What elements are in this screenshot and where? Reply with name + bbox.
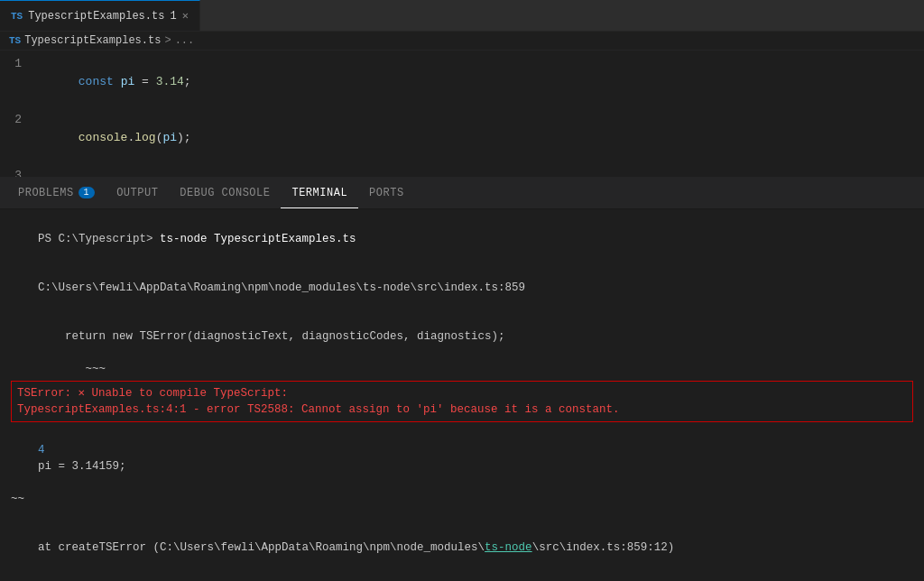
terminal-tilde-line: ~~ (11, 491, 913, 507)
tab-debug-console-label: DEBUG CONSOLE (180, 187, 270, 199)
error-line-1: TSError: ✕ Unable to compile TypeScript: (17, 385, 907, 401)
error-line-2: TypescriptExamples.ts:4:1 - error TS2588… (17, 401, 907, 418)
ts-icon: TS (11, 11, 23, 22)
tab-bar: TS TypescriptExamples.ts 1 ✕ (0, 0, 924, 32)
tab-filename: TypescriptExamples.ts (28, 10, 164, 23)
stack-line-2: at reportTSError (C:\Users\fewli\AppData… (11, 572, 913, 581)
breadcrumb-ts-icon: TS (9, 35, 21, 46)
problems-badge: 1 (79, 187, 96, 198)
line-number-3: 3 (0, 167, 36, 177)
error-box: TSError: ✕ Unable to compile TypeScript:… (11, 381, 913, 422)
code-line-2-content: console.log(pi); (36, 111, 191, 165)
tab-number: 1 (170, 10, 176, 23)
stack-line-1: at createTSError (C:\Users\fewli\AppData… (11, 523, 913, 572)
line-indicator-number: 4 (38, 444, 45, 456)
breadcrumb-separator: > (164, 34, 171, 47)
tab-debug-console[interactable]: DEBUG CONSOLE (169, 178, 281, 208)
tab-output-label: OUTPUT (116, 187, 158, 199)
tab-typescript-examples[interactable]: TS TypescriptExamples.ts 1 ✕ (0, 0, 200, 31)
code-line-1-content: const pi = 3.14; (36, 55, 191, 109)
line-number-2: 2 (0, 111, 36, 129)
terminal-panel[interactable]: PS C:\Typescript> ts-node TypescriptExam… (0, 209, 924, 581)
terminal-command-1: ts-node TypescriptExamples.ts (153, 233, 356, 245)
code-line-3-content: 🔔 Trying to reassign the value of pi (36, 167, 343, 177)
breadcrumb: TS TypescriptExamples.ts > ... (0, 32, 924, 51)
terminal-ps-prompt: PS C:\Typescript> (38, 233, 153, 245)
tab-terminal[interactable]: TERMINAL (281, 178, 358, 208)
editor-line-3: 3 🔔 Trying to reassign the value of pi (0, 166, 924, 177)
editor-line-1: 1 const pi = 3.14; (0, 54, 924, 110)
ts-node-link-1[interactable]: ts-node (485, 541, 532, 554)
editor-line-2: 2 console.log(pi); (0, 110, 924, 166)
editor-area: 1 const pi = 3.14; 2 console.log(pi); 3 … (0, 51, 924, 177)
close-tab-button[interactable]: ✕ (182, 9, 189, 23)
tab-problems-label: PROBLEMS (18, 187, 74, 199)
tab-problems[interactable]: PROBLEMS 1 (7, 178, 106, 208)
breadcrumb-filename[interactable]: TypescriptExamples.ts (24, 34, 161, 47)
panel-tabs: PROBLEMS 1 OUTPUT DEBUG CONSOLE TERMINAL… (0, 178, 924, 209)
terminal-blank-1 (11, 507, 913, 523)
terminal-prompt-1: PS C:\Typescript> ts-node TypescriptExam… (11, 215, 913, 263)
code-snippet-text: pi = 3.14159; (38, 460, 126, 473)
terminal-line-path: C:\Users\fewli\AppData\Roaming\npm\node_… (11, 263, 913, 312)
tab-terminal-label: TERMINAL (291, 187, 347, 199)
line-number-1: 1 (0, 55, 36, 73)
tab-ports-label: PORTS (369, 187, 404, 199)
tab-ports[interactable]: PORTS (358, 178, 415, 208)
terminal-line-tilde1: ~~~ (11, 361, 913, 377)
tab-output[interactable]: OUTPUT (106, 178, 169, 208)
terminal-line-return: return new TSError(diagnosticText, diagn… (11, 312, 913, 361)
breadcrumb-more: ... (175, 34, 195, 47)
terminal-code-snippet: 4 pi = 3.14159; (11, 426, 913, 491)
